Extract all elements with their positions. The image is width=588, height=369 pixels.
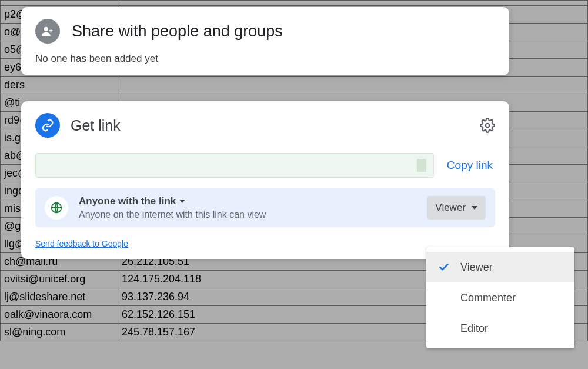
role-option-editor[interactable]: Editor <box>426 313 574 344</box>
globe-icon <box>45 196 68 220</box>
role-option-label: Commenter <box>460 292 516 304</box>
role-option-label: Editor <box>460 323 488 335</box>
role-option-viewer[interactable]: Viewer <box>426 252 574 282</box>
get-link-dialog: Get link Copy link Anyone with the link … <box>21 101 509 259</box>
copy-link-button[interactable]: Copy link <box>447 159 495 172</box>
share-title: Share with people and groups <box>72 22 283 41</box>
person-add-icon <box>35 19 60 44</box>
role-option-commenter[interactable]: Commenter <box>426 282 574 313</box>
share-people-dialog: Share with people and groups No one has … <box>21 7 509 75</box>
link-scope-label: Anyone with the link <box>79 195 176 207</box>
gear-icon[interactable] <box>480 118 495 133</box>
link-scope-dropdown[interactable]: Anyone with the link <box>79 195 416 207</box>
share-subtitle: No one has been added yet <box>35 53 495 65</box>
role-dropdown-menu: ViewerCommenterEditor <box>426 247 574 348</box>
svg-point-1 <box>486 124 490 128</box>
svg-point-0 <box>44 27 48 31</box>
link-role-label: Viewer <box>435 202 466 214</box>
check-icon <box>438 261 460 273</box>
chevron-down-icon <box>472 206 477 210</box>
link-scope-description: Anyone on the internet with this link ca… <box>79 210 416 220</box>
link-access-row: Anyone with the link Anyone on the inter… <box>35 188 495 227</box>
link-icon <box>35 113 60 138</box>
role-option-label: Viewer <box>460 261 493 274</box>
link-role-button[interactable]: Viewer <box>427 196 486 220</box>
get-link-title: Get link <box>71 117 469 134</box>
chevron-down-icon <box>179 200 185 203</box>
send-feedback-link[interactable]: Send feedback to Google <box>35 239 128 248</box>
link-url-box[interactable] <box>35 153 434 178</box>
